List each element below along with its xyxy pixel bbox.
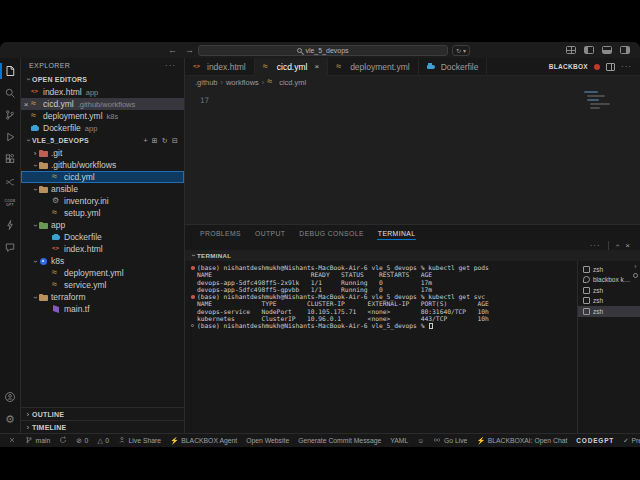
status-label: 0 bbox=[105, 437, 109, 444]
run-debug-icon[interactable] bbox=[0, 126, 20, 148]
tree-item-terraform[interactable]: ›terraform bbox=[21, 291, 184, 303]
tree-item-cicd-yml[interactable]: cicd.yml bbox=[21, 171, 184, 183]
panel-tab-terminal[interactable]: TERMINAL bbox=[371, 225, 423, 241]
timeline-section[interactable]: › TIMELINE bbox=[21, 420, 184, 433]
terminal-instance-zsh[interactable]: zsh bbox=[578, 306, 640, 317]
explorer-more-actions-icon[interactable]: ··· bbox=[165, 61, 176, 70]
tree-item-inventory-ini[interactable]: inventory.ini bbox=[21, 195, 184, 207]
status-blackbox-agent[interactable]: ⚡BLACKBOX Agent bbox=[170, 437, 237, 445]
tree-item--git[interactable]: ›.git bbox=[21, 147, 184, 159]
live-share-icon[interactable] bbox=[0, 170, 20, 192]
terminal-instance-blackbox-k-[interactable]: blackbox k… bbox=[578, 275, 640, 286]
toggle-panel-icon[interactable] bbox=[602, 46, 612, 54]
terminal-output[interactable]: (base) nishantdeshmukh@Nishants-MacBook-… bbox=[185, 261, 577, 433]
project-root-header[interactable]: › VLE_5_DEVOPS + ⊞ ↻ ⊟ bbox=[21, 134, 184, 147]
close-icon[interactable]: × bbox=[314, 62, 319, 71]
refresh-explorer-icon[interactable]: ↻ bbox=[162, 137, 168, 145]
tree-item-app[interactable]: ›app bbox=[21, 219, 184, 231]
tree-item-deployment-yml[interactable]: deployment.yml bbox=[21, 267, 184, 279]
tree-item-main-tf[interactable]: main.tf bbox=[21, 303, 184, 315]
close-panel-icon[interactable]: × bbox=[625, 241, 630, 250]
status-prettier[interactable]: ✓Prettier bbox=[623, 437, 640, 445]
search-icon bbox=[297, 48, 302, 53]
panel-record-icon[interactable] bbox=[633, 273, 638, 278]
explorer-icon[interactable] bbox=[0, 60, 20, 82]
run-task-button[interactable]: ↻▾ bbox=[452, 45, 470, 56]
status-yaml[interactable]: YAML bbox=[390, 437, 408, 444]
status-0[interactable]: △0 bbox=[97, 437, 109, 445]
panel-chevron-icon[interactable]: › bbox=[634, 263, 636, 270]
terminal-section-header[interactable]: › TERMINAL bbox=[185, 250, 640, 261]
tree-item-k8s[interactable]: ›k8s bbox=[21, 255, 184, 267]
status-feedback-smiley-icon[interactable]: ☺ bbox=[417, 437, 424, 444]
status-live-share[interactable]: Live Share bbox=[118, 436, 161, 445]
blackbox-extension-icon[interactable] bbox=[594, 64, 600, 70]
editor-more-actions-icon[interactable]: ··· bbox=[621, 62, 632, 71]
open-editor-item[interactable]: deployment.ymlk8s bbox=[21, 110, 184, 122]
tree-item--github-workflows[interactable]: ›.github/workflows bbox=[21, 159, 184, 171]
breadcrumb-item[interactable]: cicd.yml bbox=[279, 78, 306, 87]
status-codegpt[interactable]: CODEGPT bbox=[576, 437, 614, 444]
terminal-instance-zsh[interactable]: zsh bbox=[578, 296, 640, 307]
status-bar: main⊘0△0Live Share⚡BLACKBOX AgentOpen We… bbox=[0, 433, 640, 447]
breadcrumb[interactable]: .github›workflows›cicd.yml bbox=[185, 76, 640, 88]
status-go-live[interactable]: Go Live bbox=[433, 436, 467, 445]
open-editor-item[interactable]: Dockerfileapp bbox=[21, 122, 184, 134]
maximize-panel-icon[interactable]: › bbox=[612, 244, 621, 247]
codegpt-icon[interactable]: CODEGPT bbox=[0, 192, 20, 214]
status-main[interactable]: main bbox=[25, 436, 50, 445]
status-sync-icon[interactable] bbox=[59, 436, 67, 445]
editor-pane[interactable]: 17 bbox=[185, 88, 640, 224]
customize-layout-icon[interactable] bbox=[566, 46, 576, 54]
blackbox-lightning-icon[interactable] bbox=[0, 214, 20, 236]
terminal-instance-zsh[interactable]: zsh bbox=[578, 285, 640, 296]
yaml-icon bbox=[267, 78, 275, 86]
settings-gear-icon[interactable]: ⚙ bbox=[0, 408, 20, 430]
close-icon[interactable]: × bbox=[21, 100, 31, 109]
tab-cicd-yml[interactable]: cicd.yml× bbox=[255, 58, 328, 76]
extensions-icon[interactable] bbox=[0, 148, 20, 170]
tree-item-ansible[interactable]: ›ansible bbox=[21, 183, 184, 195]
collapse-folders-icon[interactable]: ⊟ bbox=[172, 137, 178, 145]
source-control-icon[interactable] bbox=[0, 104, 20, 126]
open-editor-item[interactable]: index.htmlapp bbox=[21, 86, 184, 98]
git-icon bbox=[39, 149, 47, 157]
terminal-line: devops-service NodePort 10.105.175.71 <n… bbox=[190, 308, 575, 315]
back-icon[interactable]: ← bbox=[168, 42, 177, 58]
panel-more-actions-icon[interactable]: ··· bbox=[590, 241, 601, 250]
tree-item-index-html[interactable]: index.html bbox=[21, 243, 184, 255]
new-file-icon[interactable]: + bbox=[143, 137, 147, 145]
terminal-instance-zsh[interactable]: zsh bbox=[578, 264, 640, 275]
open-editor-item[interactable]: ×cicd.yml.github/workflows bbox=[21, 98, 184, 110]
panel-tab-output[interactable]: OUTPUT bbox=[248, 225, 292, 241]
command-decoration bbox=[190, 279, 197, 286]
panel-tab-problems[interactable]: PROBLEMS bbox=[193, 225, 248, 241]
tree-item-dockerfile[interactable]: Dockerfile bbox=[21, 231, 184, 243]
command-center-search[interactable]: vle_5_devops bbox=[198, 45, 448, 56]
tab-index-html[interactable]: index.html bbox=[185, 58, 255, 75]
forward-icon[interactable]: → bbox=[185, 42, 194, 58]
chat-icon[interactable] bbox=[0, 236, 20, 258]
folder-icon bbox=[39, 185, 47, 193]
tree-item-service-yml[interactable]: service.yml bbox=[21, 279, 184, 291]
status-blackboxai-open-chat[interactable]: ⚡BLACKBOXAI: Open Chat bbox=[476, 437, 567, 445]
status-0[interactable]: ⊘0 bbox=[76, 437, 88, 445]
breadcrumb-item[interactable]: .github bbox=[195, 78, 218, 87]
panel-tab-debug-console[interactable]: DEBUG CONSOLE bbox=[292, 225, 371, 241]
account-icon[interactable] bbox=[0, 386, 20, 408]
outline-section[interactable]: › OUTLINE bbox=[21, 407, 184, 420]
status-generate-commit-message[interactable]: Generate Commit Message bbox=[298, 437, 381, 444]
search-icon[interactable] bbox=[0, 82, 20, 104]
tab-deployment-yml[interactable]: deployment.yml bbox=[328, 58, 419, 75]
new-folder-icon[interactable]: ⊞ bbox=[152, 137, 158, 145]
split-editor-icon[interactable] bbox=[606, 63, 615, 71]
breadcrumb-item[interactable]: workflows bbox=[226, 78, 259, 87]
tree-item-setup-yml[interactable]: setup.yml bbox=[21, 207, 184, 219]
command-success-icon bbox=[191, 266, 195, 270]
status-remote-icon[interactable] bbox=[8, 436, 16, 445]
status-open-website[interactable]: Open Website bbox=[246, 437, 289, 444]
open-editors-header[interactable]: › OPEN EDITORS bbox=[21, 73, 184, 86]
toggle-secondary-sidebar-icon[interactable] bbox=[620, 46, 630, 54]
toggle-sidebar-icon[interactable] bbox=[584, 46, 594, 54]
tab-dockerfile[interactable]: Dockerfile bbox=[419, 58, 488, 75]
